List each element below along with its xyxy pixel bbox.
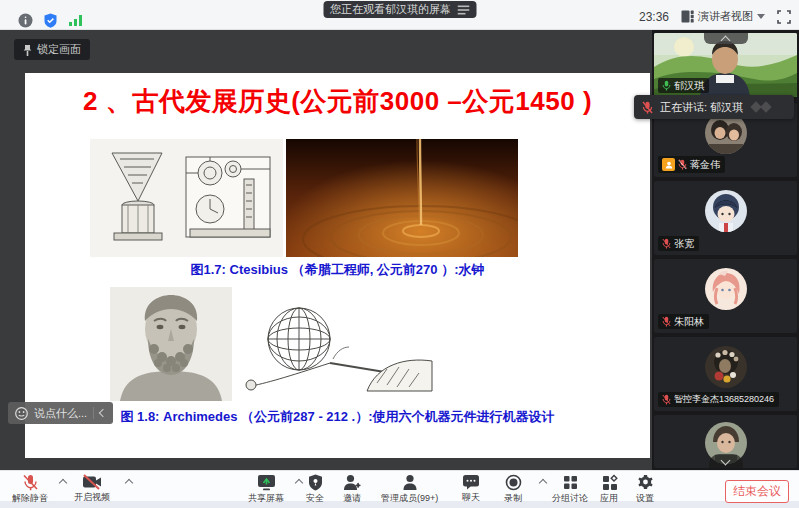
water-stream-photo-image <box>286 139 518 257</box>
participant-tile-zhangkuan[interactable]: 张宽 <box>654 181 797 255</box>
end-meeting-button[interactable]: 结束会议 <box>725 480 789 503</box>
watching-screen-toast[interactable]: 您正在观看郁汉琪的屏幕 <box>323 1 476 18</box>
participant-tile-zhuyanglin[interactable]: 朱阳林 <box>654 259 797 333</box>
presentation-slide: 2 、古代发展历史(公元前3000 –公元1450 ) <box>25 73 650 458</box>
security-shield-icon[interactable] <box>43 13 58 28</box>
invite-icon <box>343 474 361 491</box>
collapse-left-icon[interactable] <box>99 409 107 417</box>
shared-screen-region: 锁定画面 2 、古代发展历史(公元前3000 –公元1450 ) <box>0 30 652 470</box>
participant-nametag: 朱阳林 <box>658 314 709 329</box>
chevron-down-icon <box>721 455 731 465</box>
meeting-window: 您正在观看郁汉琪的屏幕 23:36 演讲者视图 锁定画面 2 、古代发展历史(公… <box>0 0 799 508</box>
mic-options-chevron[interactable] <box>59 479 67 487</box>
start-video-label: 开启视频 <box>74 491 110 504</box>
share-screen-icon <box>257 474 276 491</box>
lock-view-button[interactable]: 锁定画面 <box>14 39 90 60</box>
topbar-right-controls: 23:36 演讲者视图 <box>639 9 791 24</box>
settings-label: 设置 <box>636 492 654 505</box>
brand-watermark-icon <box>752 103 770 111</box>
quick-message-placeholder[interactable]: 说点什么... <box>34 406 87 421</box>
unmute-button[interactable]: 解除静音 <box>12 474 48 505</box>
mic-muted-icon <box>662 316 671 327</box>
invite-button[interactable]: 邀请 <box>343 474 361 505</box>
chat-button[interactable]: 聊天 <box>462 474 480 504</box>
slide-title: 2 、古代发展历史(公元前3000 –公元1450 ) <box>25 84 650 119</box>
participant-nametag: 蒋金伟 <box>658 156 725 173</box>
breakout-rooms-button[interactable]: 分组讨论 <box>552 474 588 505</box>
meeting-info-icon[interactable] <box>18 13 33 28</box>
video-options-chevron[interactable] <box>125 479 133 487</box>
mic-muted-icon <box>22 474 39 491</box>
apps-button[interactable]: 应用 <box>600 474 618 505</box>
view-mode-selector[interactable]: 演讲者视图 <box>681 9 765 24</box>
avatar <box>705 190 747 232</box>
settings-gear-icon <box>637 474 654 491</box>
participant-nametag: 智控李金杰13685280246 <box>658 392 779 407</box>
record-button[interactable]: 录制 <box>504 474 522 505</box>
network-signal-icon[interactable] <box>68 14 83 27</box>
apps-label: 应用 <box>600 492 618 505</box>
participant-tile-yuhanqi[interactable]: 郁汉琪 <box>654 33 797 97</box>
pill-divider <box>93 407 94 419</box>
manage-members-button[interactable]: 管理成员(99+) <box>381 474 438 505</box>
participant-tile-lijinjie[interactable]: 智控李金杰13685280246 <box>654 337 797 411</box>
settings-button[interactable]: 设置 <box>636 474 654 505</box>
participant-name: 智控李金杰13685280246 <box>674 394 774 405</box>
record-label: 录制 <box>504 492 522 505</box>
participant-name: 朱阳林 <box>674 316 704 327</box>
share-screen-button[interactable]: 共享屏幕 <box>248 474 284 505</box>
security-label: 安全 <box>306 492 324 505</box>
chevron-up-icon <box>721 35 731 45</box>
participant-name: 张宽 <box>674 238 694 249</box>
members-icon <box>402 474 418 491</box>
mic-muted-icon <box>662 394 671 405</box>
start-video-button[interactable]: 开启视频 <box>74 474 110 504</box>
unmute-label: 解除静音 <box>12 492 48 505</box>
toast-menu-icon[interactable] <box>457 5 469 15</box>
figure-1-8-caption: 图 1.8: Archimedes （公元前287 - 212 .）:使用六个机… <box>25 408 650 426</box>
lock-view-label: 锁定画面 <box>37 42 81 57</box>
chat-label: 聊天 <box>462 491 480 504</box>
emoji-smiley-icon[interactable] <box>15 407 28 420</box>
quick-message-pill[interactable]: 说点什么... <box>8 402 113 424</box>
view-mode-label: 演讲者视图 <box>698 9 753 24</box>
manage-members-label: 管理成员(99+) <box>381 492 438 505</box>
mic-muted-icon <box>662 238 671 249</box>
shield-icon <box>308 474 323 491</box>
chat-icon <box>462 474 480 490</box>
apps-icon <box>601 474 618 491</box>
active-speaker-toast: 正在讲话: 郁汉琪 <box>634 95 794 119</box>
mic-muted-icon <box>678 159 687 170</box>
watching-screen-text: 您正在观看郁汉琪的屏幕 <box>330 1 451 18</box>
breakout-rooms-label: 分组讨论 <box>552 492 588 505</box>
breakout-icon <box>562 474 579 491</box>
record-icon <box>505 474 522 491</box>
security-button[interactable]: 安全 <box>306 474 324 505</box>
speaker-view-icon <box>681 10 694 23</box>
share-screen-label: 共享屏幕 <box>248 492 284 505</box>
mic-on-icon <box>662 80 671 91</box>
scroll-more-indicator[interactable] <box>709 454 743 468</box>
water-clock-engraving-image <box>90 139 283 257</box>
top-bar: 您正在观看郁汉琪的屏幕 23:36 演讲者视图 <box>0 0 799 30</box>
record-options-chevron[interactable] <box>539 479 547 487</box>
participant-tile-more[interactable] <box>654 415 797 468</box>
avatar <box>705 346 747 388</box>
hand-raised-badge-icon <box>662 158 675 171</box>
lever-globe-engraving-image <box>237 295 433 397</box>
participant-name: 郁汉琪 <box>674 80 704 91</box>
pin-icon <box>23 44 32 56</box>
participant-nametag: 郁汉琪 <box>658 78 709 93</box>
topbar-status-icons <box>18 13 83 28</box>
share-options-chevron[interactable] <box>295 479 303 487</box>
sidebar-collapse-handle[interactable] <box>704 33 748 44</box>
avatar <box>705 268 747 310</box>
meeting-toolbar: 解除静音 开启视频 共享屏幕 安全 邀请 管理成员(99+) 聊天 <box>0 470 799 501</box>
archimedes-bust-image <box>110 287 232 401</box>
invite-label: 邀请 <box>343 492 361 505</box>
participant-name: 蒋金伟 <box>690 159 720 170</box>
camera-off-icon <box>82 474 102 490</box>
figure-1-7-caption: 图1.7: Ctesibius （希腊工程师, 公元前270 ）:水钟 <box>25 261 650 279</box>
fullscreen-icon[interactable] <box>777 10 791 24</box>
active-speaker-text: 正在讲话: 郁汉琪 <box>660 100 743 115</box>
